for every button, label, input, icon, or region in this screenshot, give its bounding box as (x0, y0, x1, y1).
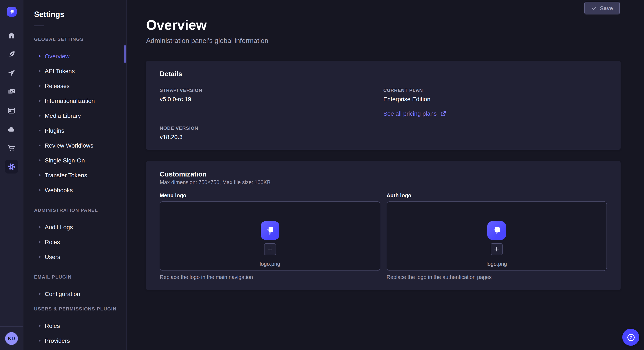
bullet-icon (39, 130, 40, 131)
subnav-item-internationalization[interactable]: Internationalization (24, 93, 126, 108)
details-right-column: CURRENT PLAN Enterprise Edition See all … (383, 87, 607, 141)
node-version-value: v18.20.3 (160, 133, 383, 141)
bullet-icon (39, 325, 40, 326)
subnav-item-admin-roles[interactable]: Roles (24, 234, 126, 249)
section-label-administration-panel: ADMINISTRATION PANEL (24, 207, 126, 214)
bullet-icon (39, 85, 40, 87)
bullet-icon (39, 55, 40, 57)
menu-logo-dropzone[interactable]: logo.png (160, 201, 380, 271)
section-label-users-permissions-plugin: USERS & PERMISSIONS PLUGIN (24, 306, 126, 313)
paper-plane-icon[interactable] (5, 66, 18, 80)
bullet-icon (39, 174, 40, 176)
details-card: Details STRAPI VERSION v5.0.0-rc.19 NODE… (146, 61, 620, 150)
page-subtitle: Administration panel’s global informatio… (146, 37, 620, 45)
subnav-item-up-roles[interactable]: Roles (24, 318, 126, 333)
subnav-item-label: Releases (45, 82, 70, 89)
subnav-item-label: Audit Logs (45, 223, 73, 230)
subnav-item-transfer-tokens[interactable]: Transfer Tokens (24, 168, 126, 182)
strapi-version-label: STRAPI VERSION (160, 87, 383, 93)
bullet-icon (39, 144, 40, 146)
settings-gear-icon[interactable] (5, 160, 18, 174)
external-link-icon (440, 111, 446, 117)
subnav-item-audit-logs[interactable]: Audit Logs (24, 219, 126, 234)
subnav-item-media-library[interactable]: Media Library (24, 108, 126, 123)
save-button[interactable]: Save (584, 2, 620, 14)
subnav-item-api-tokens[interactable]: API Tokens (24, 63, 126, 78)
node-version-field: NODE VERSION v18.20.3 (160, 125, 383, 141)
subnav-item-webhooks[interactable]: Webhooks (24, 182, 126, 197)
subnav-item-label: Review Workflows (45, 142, 93, 149)
feather-icon[interactable] (5, 48, 18, 61)
current-plan-field: CURRENT PLAN Enterprise Edition (383, 87, 607, 103)
subnav-item-label: Overview (45, 52, 70, 59)
bullet-icon (39, 115, 40, 116)
auth-logo-filename: logo.png (486, 261, 507, 267)
subnav-item-label: Configuration (45, 290, 80, 297)
pricing-plans-link[interactable]: See all pricing plans (383, 110, 446, 117)
current-plan-label: CURRENT PLAN (383, 87, 607, 93)
strapi-logo[interactable] (6, 7, 16, 16)
home-icon[interactable] (5, 29, 18, 42)
subnav-item-label: Providers (45, 337, 70, 344)
subnav-item-label: Roles (45, 238, 60, 245)
menu-logo-filename: logo.png (260, 261, 280, 267)
subnav-item-label: Roles (45, 322, 60, 329)
bullet-icon (39, 293, 40, 295)
nav-footer: KD (0, 326, 23, 350)
subnav-item-label: API Tokens (45, 67, 75, 74)
subnav-item-single-sign-on[interactable]: Single Sign-On (24, 153, 126, 168)
section-label-email-plugin: EMAIL PLUGIN (24, 274, 126, 281)
customization-card: Customization Max dimension: 750×750, Ma… (146, 161, 620, 290)
marketplace-cart-icon[interactable] (5, 141, 18, 155)
layout-icon[interactable] (5, 104, 18, 117)
subnav-item-label: Single Sign-On (45, 157, 85, 164)
main-content: Overview Administration panel’s global i… (126, 0, 644, 350)
add-logo-button[interactable] (491, 243, 503, 255)
cloud-icon[interactable] (5, 123, 18, 136)
strapi-version-value: v5.0.0-rc.19 (160, 95, 383, 103)
section-label-global-settings: GLOBAL SETTINGS (24, 37, 126, 43)
menu-logo-caption: Replace the logo in the main navigation (160, 274, 380, 280)
help-button[interactable]: ? (622, 329, 639, 346)
subnav-item-review-workflows[interactable]: Review Workflows (24, 138, 126, 153)
subnav-item-email-configuration[interactable]: Configuration (24, 286, 126, 301)
subnav-item-overview[interactable]: Overview (24, 48, 126, 63)
auth-logo-dropzone[interactable]: logo.png (386, 201, 607, 271)
main-nav-icons (5, 29, 18, 174)
check-icon (591, 5, 596, 11)
question-mark-icon: ? (627, 334, 634, 341)
page-header: Overview Administration panel’s global i… (146, 0, 620, 45)
plus-icon (494, 246, 500, 252)
details-card-title: Details (160, 70, 607, 78)
bullet-icon (39, 226, 40, 228)
save-button-label: Save (600, 5, 613, 11)
settings-subnav: Settings GLOBAL SETTINGS Overview API To… (24, 0, 126, 350)
auth-logo-label: Auth logo (386, 193, 607, 199)
title-underline (34, 25, 44, 26)
page-title: Overview (146, 17, 620, 33)
subnav-item-plugins[interactable]: Plugins (24, 123, 126, 138)
auth-logo-caption: Replace the logo in the authentication p… (386, 274, 607, 280)
add-logo-button[interactable] (264, 243, 276, 255)
bullet-icon (39, 241, 40, 243)
strapi-logo-preview (488, 221, 506, 240)
subnav-item-label: Media Library (45, 112, 81, 119)
bullet-icon (39, 159, 40, 161)
bullet-icon (39, 100, 40, 101)
menu-logo-upload: Menu logo logo.png Replace the logo in t… (160, 193, 380, 280)
details-grid: STRAPI VERSION v5.0.0-rc.19 NODE VERSION… (160, 87, 607, 141)
bullet-icon (39, 70, 40, 72)
customization-card-title: Customization (160, 171, 607, 178)
node-version-label: NODE VERSION (160, 125, 383, 131)
user-avatar[interactable]: KD (5, 332, 18, 345)
subnav-item-up-providers[interactable]: Providers (24, 333, 126, 348)
subnav-scrollbar-thumb[interactable] (124, 45, 126, 63)
subnav-item-releases[interactable]: Releases (24, 78, 126, 93)
subnav-item-admin-users[interactable]: Users (24, 249, 126, 264)
subnav-title: Settings (24, 0, 126, 19)
media-library-icon[interactable] (5, 85, 18, 99)
auth-logo-upload: Auth logo logo.png Replace the logo in t… (386, 193, 607, 280)
current-plan-value: Enterprise Edition (383, 95, 607, 103)
customization-card-subtitle: Max dimension: 750×750, Max file size: 1… (160, 179, 607, 185)
strapi-version-field: STRAPI VERSION v5.0.0-rc.19 (160, 87, 383, 103)
